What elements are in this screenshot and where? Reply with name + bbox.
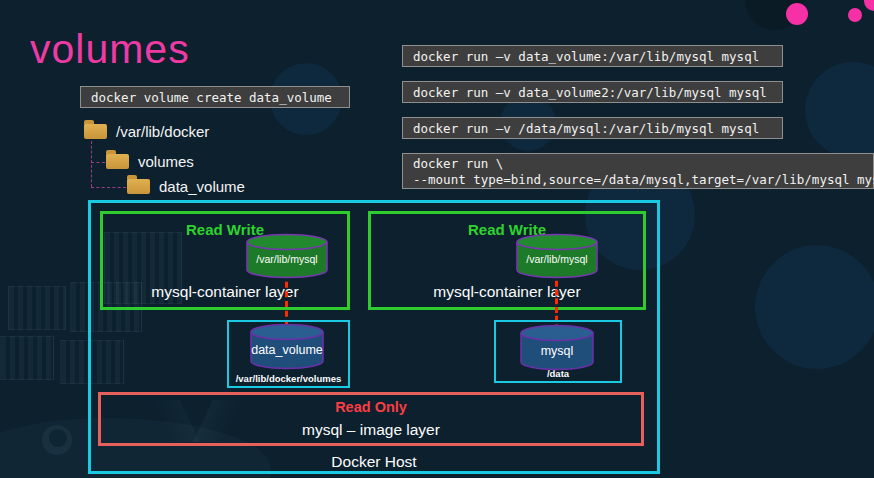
pink-dot: [786, 3, 808, 25]
pink-dot: [864, 0, 874, 11]
volume-cylinder-right: mysql: [519, 324, 595, 372]
read-only-label: Read Only: [101, 399, 641, 415]
volume-cylinder-left: data_volume: [249, 323, 325, 371]
folder-icon: [84, 124, 107, 139]
code-run-bind-path: docker run –v /data/mysql:/var/lib/mysql…: [402, 117, 783, 139]
bokeh-circle: [805, 62, 874, 158]
code-volume-create: docker volume create data_volume: [80, 86, 350, 108]
tree-connector-line: [91, 162, 105, 163]
mount-point-cylinder-right: /var/lib/mysql: [515, 233, 599, 279]
folder-icon: [127, 179, 150, 194]
code-run-mount: docker run \ --mount type=bind,source=/d…: [402, 153, 874, 189]
tree-item-data-volume-dir: data_volume: [127, 178, 245, 195]
moon-illustration: [42, 425, 72, 455]
bokeh-circle: [755, 245, 874, 369]
folder-icon: [106, 154, 129, 169]
tree-item-volumes-dir: volumes: [106, 153, 194, 170]
cylinder-label: /var/lib/mysql: [245, 233, 329, 279]
container-illustration: [8, 286, 66, 330]
page-title: volumes: [30, 26, 190, 73]
container-illustration: [0, 336, 54, 380]
docker-host-label: Docker Host: [88, 453, 660, 475]
container-layer-box-right: Read Write mysql-container layer: [368, 211, 646, 310]
container-layer-label: mysql-container layer: [103, 283, 347, 301]
tree-connector-line: [91, 141, 92, 187]
cylinder-label: data_volume: [251, 343, 323, 357]
volume-path-label: /var/lib/docker/volumes: [229, 373, 348, 384]
tree-item-label: /var/lib/docker: [116, 123, 209, 140]
slide-volumes: { "title": "volumes", "code_snippets": {…: [0, 0, 874, 478]
tree-item-label: data_volume: [159, 178, 245, 195]
tree-item-docker-dir: /var/lib/docker: [84, 123, 209, 140]
tree-item-label: volumes: [138, 153, 194, 170]
container-layer-label: mysql-container layer: [371, 283, 643, 301]
image-layer-label: mysql – image layer: [101, 421, 641, 439]
code-run-named-volume: docker run –v data_volume:/var/lib/mysql…: [402, 45, 783, 67]
read-write-label: Read Write: [371, 221, 643, 238]
mount-point-cylinder-left: /var/lib/mysql: [245, 233, 329, 279]
tree-connector-line: [91, 187, 126, 188]
code-run-named-volume2: docker run –v data_volume2:/var/lib/mysq…: [402, 81, 783, 103]
cylinder-label: /var/lib/mysql: [515, 233, 599, 279]
cylinder-label: mysql: [519, 324, 595, 372]
image-layer-box: Read Only mysql – image layer: [98, 392, 644, 446]
pink-dot: [848, 8, 862, 22]
